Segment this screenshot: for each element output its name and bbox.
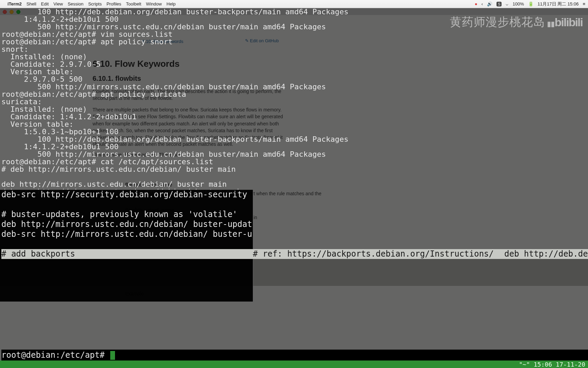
- active-app-name[interactable]: iTerm2: [7, 1, 22, 6]
- prompt-text: root@debian:/etc/apt#: [1, 350, 110, 360]
- menu-scripts[interactable]: Scripts: [88, 1, 102, 6]
- pane-line: deb-src http://mirrors.ustc.edu.cn/debia…: [1, 229, 252, 239]
- menu-session[interactable]: Session: [68, 1, 83, 6]
- menu-help[interactable]: Help: [166, 1, 176, 6]
- pane-line: # buster-updates, previously known as 'v…: [1, 210, 238, 219]
- wifi-icon[interactable]: ⌵: [506, 1, 508, 6]
- pane-line: deb http://mirrors.ustc.edu.cn/debian/ b…: [1, 219, 252, 229]
- watermark-text: 黄药师漫步桃花岛: [450, 14, 545, 30]
- pane-line-highlighted: # ref: https://backports.debian.org/Inst…: [253, 249, 504, 259]
- pane-line: deb-src http://security.debian.org/debia…: [1, 190, 247, 199]
- terminal-lower-pane[interactable]: deb-src http://security.debian.org/debia…: [0, 189, 253, 302]
- battery-icon: 🔋: [528, 1, 534, 6]
- menu-toolbelt[interactable]: Toolbelt: [126, 1, 141, 6]
- battery-percent: 100%: [512, 1, 524, 6]
- video-watermark: 黄药师漫步桃花岛 ▮▮bilibili: [450, 14, 583, 30]
- status-right: "~" 15:06 17-11-20: [519, 361, 585, 368]
- iterm-window: ~ 6.10. Flow Keywords ✎ Edit on GitHub 6…: [0, 8, 588, 368]
- menu-shell[interactable]: Shell: [27, 1, 36, 6]
- cursor: [110, 351, 115, 360]
- prompt-line[interactable]: root@debian:/etc/apt#: [1, 350, 588, 361]
- hamburger-icon[interactable]: ≡: [583, 1, 585, 6]
- bilibili-logo-icon: ▮▮bilibili: [547, 16, 583, 29]
- clock-date[interactable]: 11月17日 周二 15:06: [538, 1, 579, 7]
- term-line: # deb http://mirrors.ustc.edu.cn/debian/…: [1, 165, 236, 173]
- tmux-status-bar: "~" 15:06 17-11-20: [0, 361, 588, 368]
- terminal-output[interactable]: 100 http://deb.debian.org/debian buster-…: [0, 8, 588, 368]
- volume-icon[interactable]: 🔊: [487, 1, 492, 6]
- menu-window[interactable]: Window: [146, 1, 162, 6]
- menu-profiles[interactable]: Profiles: [107, 1, 121, 6]
- pane-line-highlighted: # add backports: [1, 249, 253, 259]
- back-icon[interactable]: ‹: [481, 1, 483, 6]
- menu-edit[interactable]: Edit: [41, 1, 49, 6]
- screen-record-icon[interactable]: ●: [475, 1, 477, 6]
- input-method-icon[interactable]: S: [496, 2, 502, 6]
- menu-view[interactable]: View: [53, 1, 63, 6]
- macos-menubar: iTerm2 Shell Edit View Session Scripts P…: [0, 0, 588, 8]
- pane-line-highlighted: deb http://deb.debian.org/debian buster-…: [504, 249, 588, 259]
